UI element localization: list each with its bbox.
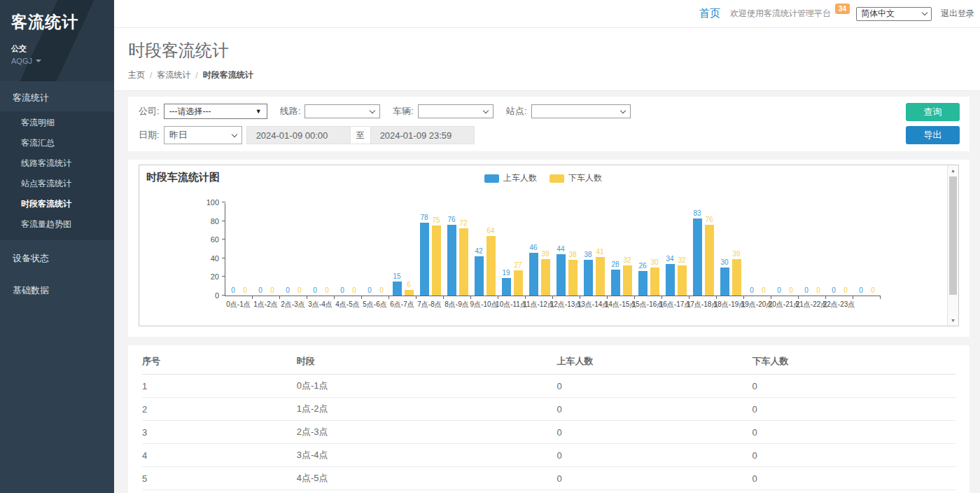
sidebar-subitem[interactable]: 线路客流统计 <box>0 153 114 174</box>
bar-column: 34 <box>666 203 675 296</box>
cell-index: 5 <box>142 467 297 490</box>
bar-value-label: 46 <box>529 244 537 251</box>
sidebar-subitem[interactable]: 客流量趋势图 <box>0 214 114 235</box>
line-label: 线路: <box>280 105 301 118</box>
home-link[interactable]: 首页 <box>699 7 720 20</box>
bar-column: 42 <box>475 203 484 296</box>
y-axis-tick-label: 60 <box>211 235 219 244</box>
notification-badge[interactable]: 34 <box>835 4 850 14</box>
x-axis-tick <box>361 296 362 299</box>
bar-value-label: 0 <box>871 286 875 294</box>
bar-value-label: 0 <box>231 286 235 294</box>
bar-value-label: 0 <box>832 286 836 294</box>
date-preset-select[interactable]: 昨日 <box>164 126 242 144</box>
company-select[interactable]: ---请选择--- ▼ <box>164 104 267 119</box>
user-name: AQGJ <box>11 57 32 65</box>
breadcrumb-passenger-stats[interactable]: 客流统计 <box>157 69 190 81</box>
scrollbar-thumb[interactable] <box>949 176 957 295</box>
x-axis-tick <box>853 296 853 299</box>
col-header-alighting: 下车人数 <box>752 348 955 375</box>
bar-alighting <box>623 265 632 296</box>
sidebar-item-passenger-stats[interactable]: 客流统计 <box>0 85 114 111</box>
date-from-input[interactable]: 2024-01-09 00:00 <box>246 126 351 144</box>
table-row: 43点-4点00 <box>142 444 955 467</box>
y-axis-tick-label: 20 <box>211 272 219 281</box>
bar-value-label: 72 <box>459 219 467 227</box>
x-axis-tick <box>525 296 526 299</box>
date-to-input[interactable]: 2024-01-09 23:59 <box>370 126 475 144</box>
bar-group: 00 <box>307 203 335 296</box>
bar-boarding <box>420 223 429 296</box>
bar-boarding <box>666 264 675 296</box>
bar-value-label: 44 <box>556 245 564 253</box>
cell-period: 4点-5点 <box>297 467 557 490</box>
bar-value-label: 75 <box>432 216 440 224</box>
bar-column: 0 <box>338 203 347 296</box>
x-axis-label: 14点-15点 <box>607 300 634 310</box>
cell-boarding: 0 <box>557 490 752 493</box>
legend-item-boarding[interactable]: 上车人数 <box>484 172 537 184</box>
export-button[interactable]: 导出 <box>906 126 960 144</box>
bar-group: 7875 <box>416 203 444 296</box>
bar-value-label: 32 <box>678 256 685 264</box>
breadcrumb-separator: / <box>150 71 152 81</box>
user-dropdown[interactable]: AQGJ <box>11 57 103 65</box>
legend-item-alighting[interactable]: 下车人数 <box>550 172 602 184</box>
sidebar-item-device-status[interactable]: 设备状态 <box>0 244 114 272</box>
bar-column: 0 <box>869 203 878 296</box>
chart-frame: 时段车流统计图 上车人数 下车人数 0204060801000000000000… <box>139 165 959 326</box>
bar-value-label: 0 <box>298 286 302 294</box>
sidebar-item-base-data[interactable]: 基础数据 <box>0 277 114 305</box>
x-axis-label: 17点-18点 <box>689 300 716 310</box>
main-area: 首页 欢迎使用客流统计管理平台 34 简体中文 退出登录 时段客流统计 主页 /… <box>114 0 980 493</box>
bar-column: 75 <box>432 203 441 296</box>
app-title: 客流统计 <box>11 11 103 33</box>
x-axis-label: 2点-3点 <box>279 300 307 310</box>
bar-value-label: 0 <box>313 286 317 294</box>
vehicle-select[interactable] <box>418 104 493 118</box>
sidebar-subitem[interactable]: 站点客流统计 <box>0 174 114 194</box>
cell-period: 2点-3点 <box>297 421 557 444</box>
chevron-down-icon <box>620 107 625 113</box>
welcome-text: 欢迎使用客流统计管理平台 <box>730 8 831 20</box>
y-axis-tick <box>222 202 225 202</box>
sidebar-subitem[interactable]: 客流汇总 <box>0 133 114 153</box>
bar-value-label: 0 <box>243 286 247 294</box>
x-axis-tick <box>279 296 280 299</box>
bar-boarding <box>638 271 648 296</box>
bar-group: 156 <box>389 203 416 296</box>
table-panel: 序号 时段 上车人数 下车人数 10点-1点0021点-2点0032点-3点00… <box>128 345 969 493</box>
scroll-up-arrow-icon[interactable]: ▲ <box>948 165 958 176</box>
bar-value-label: 38 <box>584 251 592 258</box>
bar-column: 39 <box>732 203 741 296</box>
bar-value-label: 30 <box>650 258 658 266</box>
logout-link[interactable]: 退出登录 <box>941 8 974 20</box>
bar-column: 0 <box>256 203 265 296</box>
x-axis-label: 9点-10点 <box>470 300 498 310</box>
line-select[interactable] <box>304 104 380 118</box>
language-select[interactable]: 简体中文 <box>856 7 932 21</box>
bar-column: 27 <box>514 203 523 296</box>
breadcrumb-home[interactable]: 主页 <box>128 69 145 81</box>
bar-value-label: 0 <box>352 286 356 294</box>
bar-alighting <box>459 228 468 296</box>
bar-column: 0 <box>830 203 839 296</box>
bar-boarding <box>475 256 484 296</box>
bar-column: 6 <box>405 203 414 296</box>
bar-column: 0 <box>350 203 359 296</box>
x-axis-tick <box>334 296 335 299</box>
query-button[interactable]: 查询 <box>906 103 960 121</box>
sidebar-subitem[interactable]: 客流明细 <box>0 113 114 133</box>
bar-value-label: 0 <box>804 286 808 294</box>
station-select[interactable] <box>531 104 631 118</box>
scroll-down-arrow-icon[interactable]: ▼ <box>948 315 958 326</box>
x-axis-label: 15点-16点 <box>634 300 662 310</box>
x-axis-tick <box>716 296 717 299</box>
bar-column: 32 <box>623 203 632 296</box>
x-axis-label: 22点-23点 <box>825 300 853 310</box>
bar-column: 30 <box>650 203 659 296</box>
bar-value-label: 28 <box>611 261 619 268</box>
chart-vertical-scrollbar[interactable]: ▲ ▼ <box>947 165 958 326</box>
sidebar-subitem[interactable]: 时段客流统计 <box>0 194 114 214</box>
cell-boarding: 0 <box>557 421 752 444</box>
